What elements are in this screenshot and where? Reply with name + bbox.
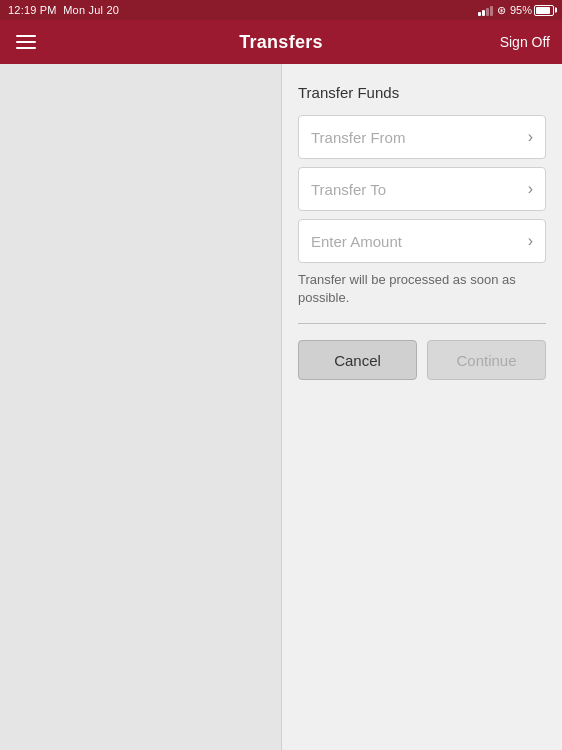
content-area: Transfer Funds Transfer From › Transfer …	[0, 64, 562, 750]
button-row: Cancel Continue	[298, 340, 546, 380]
enter-amount-chevron-icon: ›	[528, 232, 533, 250]
hamburger-line-3	[16, 47, 36, 49]
wifi-icon: ⊛	[497, 4, 506, 17]
notice-text: Transfer will be processed as soon as po…	[298, 271, 546, 307]
transfer-to-chevron-icon: ›	[528, 180, 533, 198]
battery-indicator: 95%	[510, 4, 554, 16]
hamburger-line-1	[16, 35, 36, 37]
transfer-to-field[interactable]: Transfer To ›	[298, 167, 546, 211]
transfer-from-label: Transfer From	[311, 129, 405, 146]
continue-button[interactable]: Continue	[427, 340, 546, 380]
battery-icon	[534, 5, 554, 16]
divider	[298, 323, 546, 324]
nav-bar: Transfers Sign Off	[0, 20, 562, 64]
cancel-button[interactable]: Cancel	[298, 340, 417, 380]
sign-off-button[interactable]: Sign Off	[500, 34, 550, 50]
page-title: Transfers	[239, 32, 323, 53]
signal-icon	[478, 5, 493, 16]
right-panel: Transfer Funds Transfer From › Transfer …	[281, 64, 562, 750]
menu-icon[interactable]	[12, 31, 40, 53]
status-time-date: 12:19 PM Mon Jul 20	[8, 4, 119, 16]
transfer-from-field[interactable]: Transfer From ›	[298, 115, 546, 159]
enter-amount-label: Enter Amount	[311, 233, 402, 250]
left-panel	[0, 64, 281, 750]
enter-amount-field[interactable]: Enter Amount ›	[298, 219, 546, 263]
transfer-from-chevron-icon: ›	[528, 128, 533, 146]
status-indicators: ⊛ 95%	[478, 4, 554, 17]
section-title: Transfer Funds	[298, 84, 546, 101]
hamburger-line-2	[16, 41, 36, 43]
status-bar: 12:19 PM Mon Jul 20 ⊛ 95%	[0, 0, 562, 20]
transfer-to-label: Transfer To	[311, 181, 386, 198]
